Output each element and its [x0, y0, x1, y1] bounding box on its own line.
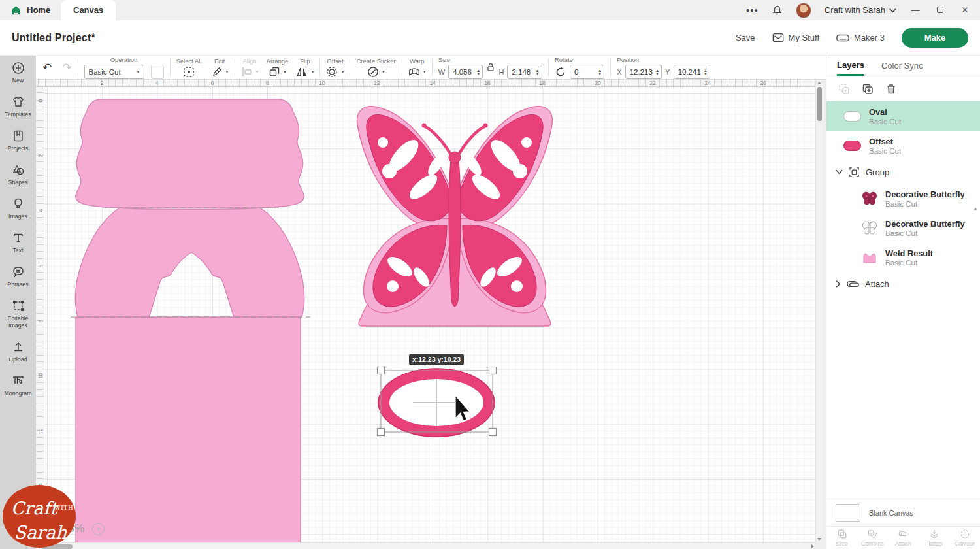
- scroll-up-icon[interactable]: [817, 82, 821, 84]
- layers-panel: Layers Color Sync ▲ Oval Basic Cut: [826, 56, 980, 549]
- my-stuff-label: My Stuff: [789, 33, 819, 42]
- more-menu-icon[interactable]: •••: [746, 5, 759, 16]
- blank-canvas-row[interactable]: Blank Canvas: [826, 499, 980, 526]
- sidebar-item-new[interactable]: New: [0, 56, 36, 90]
- select-all-icon: [183, 66, 195, 78]
- panel-scroll-up-icon[interactable]: ▲: [973, 206, 978, 212]
- tab-home-label: Home: [27, 5, 50, 15]
- layer-row-oval[interactable]: Oval Basic Cut: [826, 101, 980, 131]
- stepper-icon[interactable]: ▲▼: [598, 69, 602, 75]
- sidebar-item-text[interactable]: Text: [0, 225, 36, 259]
- sidebar-item-templates[interactable]: Templates: [0, 90, 36, 124]
- stepper-icon[interactable]: ▲▼: [655, 69, 659, 75]
- tab-color-sync[interactable]: Color Sync: [881, 56, 923, 76]
- size-lock-icon[interactable]: [486, 62, 495, 72]
- layer-row-offset[interactable]: Offset Basic Cut: [826, 131, 980, 160]
- stepper-icon[interactable]: ▲▼: [476, 69, 480, 75]
- sidebar-item-label: Monogram: [4, 390, 31, 397]
- selection-handle[interactable]: [489, 367, 497, 374]
- make-button[interactable]: Make: [902, 28, 968, 48]
- width-input[interactable]: 4.056 ▲▼: [448, 65, 483, 79]
- stepper-icon[interactable]: ▲▼: [704, 69, 708, 75]
- redo-button[interactable]: ↷: [62, 61, 71, 75]
- duplicate-icon[interactable]: [862, 83, 874, 95]
- pos-y-value: 10.241: [678, 68, 701, 76]
- pos-y-input[interactable]: 10.241 ▲▼: [674, 65, 711, 79]
- sidebar-item-upload[interactable]: Upload: [0, 335, 36, 369]
- window-minimize-button[interactable]: —: [909, 5, 921, 15]
- selection-handle[interactable]: [378, 429, 385, 436]
- machine-select[interactable]: Maker 3: [836, 33, 885, 42]
- project-title: Untitled Project*: [12, 32, 95, 44]
- flip-button[interactable]: Flip ▾: [296, 58, 314, 78]
- sidebar-item-images[interactable]: Images: [0, 191, 36, 225]
- tab-layers[interactable]: Layers: [837, 56, 864, 76]
- operation-select[interactable]: Basic Cut ▾: [84, 65, 144, 79]
- group-row[interactable]: Group: [826, 160, 980, 184]
- operation-value: Basic Cut: [89, 68, 121, 76]
- sidebar-item-monogram[interactable]: Monogram: [0, 369, 36, 403]
- warp-icon: [408, 66, 420, 78]
- size-label: Size: [438, 56, 450, 63]
- canvas-vertical-scrollbar[interactable]: [815, 80, 822, 542]
- layer-row-butterfly-dark[interactable]: Decorative Butterfly Basic Cut: [826, 184, 980, 213]
- tab-layers-label: Layers: [837, 60, 864, 70]
- sidebar-item-phrases[interactable]: Phrases: [0, 259, 36, 293]
- card-template-shape[interactable]: [75, 99, 304, 542]
- layer-row-weld-result[interactable]: Weld Result Basic Cut: [826, 242, 980, 272]
- chevron-down-icon: ▾: [137, 69, 139, 75]
- scroll-down-icon[interactable]: [817, 538, 821, 541]
- layer-row-butterfly-outline[interactable]: Decorative Butterfly Basic Cut: [826, 213, 980, 242]
- logo-text-with: WITH: [54, 505, 73, 511]
- account-menu[interactable]: Craft with Sarah: [825, 5, 896, 15]
- chevron-down-icon[interactable]: [836, 169, 843, 175]
- canvas-horizontal-scrollbar[interactable]: [36, 542, 815, 549]
- offset-label: Offset: [327, 58, 343, 65]
- window-maximize-button[interactable]: [934, 5, 946, 15]
- sidebar-item-label: New: [12, 77, 24, 84]
- width-value: 4.056: [453, 68, 474, 76]
- offset-button[interactable]: Offset ▾: [326, 58, 344, 78]
- scroll-right-icon[interactable]: [811, 544, 814, 548]
- sidebar-item-projects[interactable]: Projects: [0, 124, 36, 158]
- rotate-icon[interactable]: [555, 66, 566, 78]
- attach-label: Attach: [865, 279, 889, 289]
- save-button[interactable]: Save: [736, 33, 755, 42]
- layer-name: Offset: [869, 137, 901, 146]
- user-avatar[interactable]: [796, 3, 811, 18]
- slice-icon: [837, 529, 847, 539]
- vertical-scroll-thumb[interactable]: [817, 87, 822, 121]
- undo-button[interactable]: ↶: [42, 61, 52, 75]
- select-all-button[interactable]: Select All: [176, 58, 202, 78]
- pos-x-input[interactable]: 12.213 ▲▼: [625, 65, 662, 79]
- selection-handle[interactable]: [378, 367, 385, 374]
- arrange-label: Arrange: [267, 58, 289, 65]
- create-sticker-button[interactable]: Create Sticker ▾: [356, 58, 395, 78]
- attach-row[interactable]: Attach: [826, 272, 980, 295]
- design-canvas[interactable]: 2 4 6 8 10 12 14 16 18 20 22 24 26 0 2 4…: [36, 80, 815, 542]
- selection-handle[interactable]: [489, 429, 497, 436]
- arrange-button[interactable]: Arrange ▾: [267, 58, 289, 78]
- save-label: Save: [736, 33, 755, 42]
- select-all-label: Select All: [176, 58, 202, 65]
- window-close-button[interactable]: ✕: [959, 5, 971, 15]
- sidebar-item-editable-images[interactable]: Editable Images: [0, 293, 36, 335]
- rotate-input[interactable]: 0 ▲▼: [570, 65, 604, 79]
- stepper-icon[interactable]: ▲▼: [535, 69, 539, 75]
- sidebar-item-shapes[interactable]: Shapes: [0, 158, 36, 191]
- my-stuff-button[interactable]: My Stuff: [772, 33, 819, 42]
- notifications-bell-icon[interactable]: [772, 5, 783, 16]
- color-swatch[interactable]: [151, 65, 164, 79]
- tab-home[interactable]: Home: [0, 0, 61, 20]
- zoom-in-button[interactable]: +: [92, 523, 105, 535]
- height-input[interactable]: 2.148 ▲▼: [507, 65, 542, 79]
- butterfly-group[interactable]: [357, 107, 553, 326]
- edit-pencil-icon: [211, 66, 223, 78]
- warp-button[interactable]: Warp ▾: [408, 58, 426, 78]
- edit-button[interactable]: Edit ▾: [211, 58, 229, 78]
- tab-canvas-label: Canvas: [73, 5, 103, 15]
- chevron-right-icon[interactable]: [836, 280, 841, 288]
- monogram-icon: [12, 374, 25, 388]
- tab-canvas[interactable]: Canvas: [61, 0, 116, 20]
- delete-trash-icon[interactable]: [885, 83, 897, 95]
